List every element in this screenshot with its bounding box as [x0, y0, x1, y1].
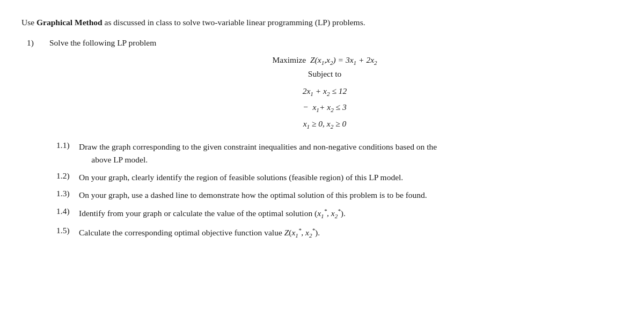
- constraints-block: 2x1 + x2 ≤ 12 − x1+ x2 ≤ 3 x1 ≥ 0, x2 ≥ …: [27, 86, 623, 129]
- subject-to-line: Subject to: [27, 69, 623, 79]
- sub-q-1-4-text: Identify from your graph or calculate th…: [79, 206, 346, 221]
- lp-formulation: Maximize Z(x1,x2) = 3x1 + 2x2 Subject to…: [27, 55, 623, 129]
- maximize-expr: Z(x1,x2) = 3x1 + 2x2: [310, 55, 377, 64]
- constraint-1: 2x1 + x2 ≤ 12: [303, 86, 347, 97]
- sub-question-1-1: 1.1) Draw the graph corresponding to the…: [56, 140, 623, 167]
- constraint-2: − x1+ x2 ≤ 3: [303, 102, 346, 113]
- sub-q-1-2-text: On your graph, clearly identify the regi…: [79, 171, 403, 184]
- sub-q-1-5-text: Calculate the corresponding optimal obje…: [79, 226, 320, 241]
- sub-q-1-1-number: 1.1): [56, 140, 79, 150]
- sub-q-1-4-number: 1.4): [56, 206, 79, 216]
- problem-number: 1): [27, 38, 43, 48]
- problem-header: 1) Solve the following LP problem: [27, 38, 623, 48]
- sub-question-1-5: 1.5) Calculate the corresponding optimal…: [56, 226, 623, 241]
- problem-1-section: 1) Solve the following LP problem Maximi…: [27, 38, 623, 241]
- maximize-label: Maximize: [272, 55, 308, 64]
- sub-q-1-3-text: On your graph, use a dashed line to demo…: [79, 189, 427, 202]
- sub-q-1-5-number: 1.5): [56, 226, 79, 235]
- sub-questions-block: 1.1) Draw the graph corresponding to the…: [56, 140, 623, 241]
- constraint-3: x1 ≥ 0, x2 ≥ 0: [303, 119, 347, 130]
- sub-q-1-1-text: Draw the graph corresponding to the give…: [79, 140, 437, 167]
- sub-q-1-2-number: 1.2): [56, 171, 79, 181]
- maximize-line: Maximize Z(x1,x2) = 3x1 + 2x2: [27, 55, 623, 66]
- sub-q-1-3-number: 1.3): [56, 189, 79, 198]
- graphical-method-bold: Graphical Method: [36, 18, 103, 27]
- sub-question-1-2: 1.2) On your graph, clearly identify the…: [56, 171, 623, 184]
- sub-question-1-3: 1.3) On your graph, use a dashed line to…: [56, 189, 623, 202]
- sub-question-1-4: 1.4) Identify from your graph or calcula…: [56, 206, 623, 221]
- intro-paragraph: Use Graphical Method as discussed in cla…: [21, 16, 623, 28]
- problem-title: Solve the following LP problem: [49, 38, 156, 48]
